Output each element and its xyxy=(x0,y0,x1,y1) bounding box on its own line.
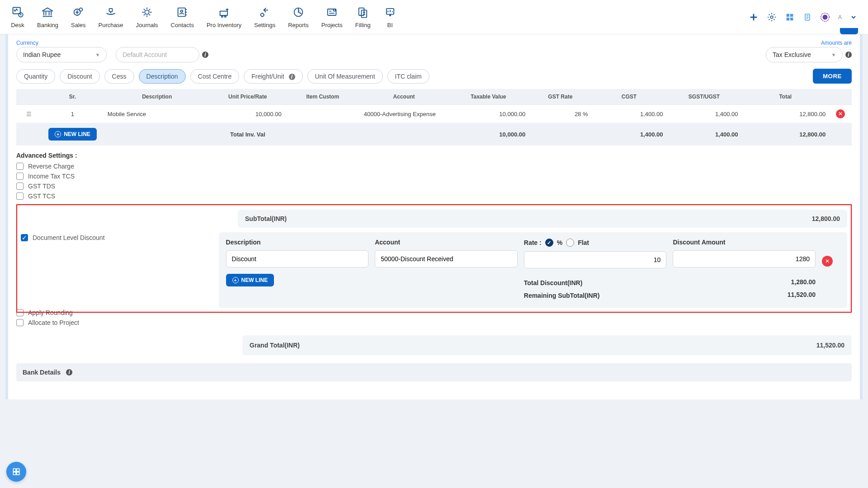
pill-quantity[interactable]: Quantity xyxy=(16,69,55,84)
chk-allocate-project[interactable]: Allocate to Project xyxy=(16,319,852,326)
disc-account-input[interactable] xyxy=(375,250,518,267)
nav-contacts[interactable]: Contacts xyxy=(171,5,194,28)
th-sgst: SGST/UGST xyxy=(667,89,742,105)
checkbox-checked-icon[interactable]: ✓ xyxy=(21,234,28,241)
checkbox-icon[interactable] xyxy=(16,319,24,326)
calculator-icon[interactable] xyxy=(785,12,795,22)
cell-sgst: 1,400.00 xyxy=(667,105,742,123)
amounts-select[interactable]: Tax Exclusive ▼ xyxy=(766,47,843,62)
disc-new-line-button[interactable]: +NEW LINE xyxy=(226,274,274,286)
purchase-icon xyxy=(104,5,118,19)
svg-rect-4 xyxy=(109,9,112,12)
cell-desc[interactable]: Mobile Service xyxy=(104,105,210,123)
sales-icon xyxy=(71,5,85,19)
rate-percent-radio[interactable] xyxy=(545,239,553,247)
info-icon[interactable]: i xyxy=(202,52,208,58)
plus-circle-icon: + xyxy=(55,131,61,137)
chk-reverse-charge[interactable]: Reverse Charge xyxy=(16,163,852,170)
nav-sales[interactable]: Sales xyxy=(71,5,86,28)
th-cgst: CGST xyxy=(592,89,667,105)
pill-freight[interactable]: Freight/Unit i xyxy=(244,69,302,84)
bi-icon xyxy=(383,5,397,19)
bank-details-bar[interactable]: Bank Details i xyxy=(16,363,852,381)
chk-gst-tcs[interactable]: GST TCS xyxy=(16,192,852,200)
checkbox-icon[interactable] xyxy=(16,192,24,200)
svg-rect-13 xyxy=(328,9,336,15)
delete-row-button[interactable]: ✕ xyxy=(836,109,845,118)
grand-total-label: Grand Total(INR) xyxy=(250,342,300,349)
chk-income-tax-tcs[interactable]: Income Tax TCS xyxy=(16,173,852,180)
nav-projects[interactable]: Projects xyxy=(321,5,343,28)
th-desc: Description xyxy=(104,89,210,105)
disc-amount-input[interactable] xyxy=(673,250,816,267)
nav-items: Desk Banking Sales Purchase Journals Con… xyxy=(11,5,397,28)
checkbox-icon[interactable] xyxy=(16,173,24,180)
svg-point-11 xyxy=(260,13,264,16)
info-icon[interactable]: i xyxy=(845,52,852,58)
more-button[interactable]: MORE xyxy=(813,69,852,84)
nav-filling[interactable]: Filling xyxy=(355,5,371,28)
rate-flat-radio[interactable] xyxy=(566,239,574,247)
clipboard-icon[interactable] xyxy=(803,12,812,22)
th-total: Total xyxy=(741,89,829,105)
pill-description[interactable]: Description xyxy=(139,69,186,84)
nav-journals[interactable]: Journals xyxy=(136,5,158,28)
svg-point-3 xyxy=(80,8,83,11)
nav-reports[interactable]: Reports xyxy=(288,5,309,28)
settings-icon xyxy=(258,5,272,19)
subtotal-bar: SubTotal(INR) 12,800.00 xyxy=(238,210,847,228)
main-form: Currency Indian Rupee ▼ Default Account … xyxy=(5,34,863,399)
document-discount-highlight: SubTotal(INR) 12,800.00 ✓ Document Level… xyxy=(16,204,852,313)
cell-taxable: 10,000.00 xyxy=(448,105,529,123)
nav-banking[interactable]: Banking xyxy=(37,5,58,28)
checkbox-icon[interactable] xyxy=(16,163,24,170)
checkbox-icon[interactable] xyxy=(16,183,24,190)
user-initial[interactable]: A xyxy=(838,14,842,20)
disc-desc-header: Description xyxy=(226,239,369,246)
gear-icon[interactable] xyxy=(767,12,777,22)
new-line-button[interactable]: +NEW LINE xyxy=(48,128,97,141)
pill-uom[interactable]: Unit Of Measurement xyxy=(307,69,383,84)
nav-proinventory[interactable]: Pro Inventory xyxy=(207,5,241,28)
bank-icon xyxy=(41,5,54,19)
chk-doc-level-discount[interactable]: ✓ Document Level Discount xyxy=(21,234,105,241)
nav-bi[interactable]: BI xyxy=(383,5,397,28)
svg-point-5 xyxy=(145,10,149,14)
top-navigation: Desk Banking Sales Purchase Journals Con… xyxy=(0,0,868,34)
th-sr: Sr. xyxy=(41,89,104,105)
nav-label: Sales xyxy=(71,22,86,28)
cell-custom[interactable] xyxy=(285,105,360,123)
nav-settings[interactable]: Settings xyxy=(254,5,275,28)
cell-account[interactable]: 40000-Advertising Expense xyxy=(360,105,448,123)
contacts-icon xyxy=(175,5,189,19)
column-pills: Quantity Discount Cess Description Cost … xyxy=(16,69,429,84)
cell-price[interactable]: 10,000.00 xyxy=(210,105,285,123)
total-discount-label: Total Discount(INR) xyxy=(524,279,583,286)
pill-cess[interactable]: Cess xyxy=(104,69,134,84)
drag-handle-icon[interactable]: ☰ xyxy=(26,111,32,117)
scroll-handle[interactable] xyxy=(840,28,858,34)
disc-rate-input[interactable] xyxy=(524,251,667,268)
nav-label: Banking xyxy=(37,22,58,28)
chevron-down-icon[interactable] xyxy=(850,14,857,21)
journals-icon xyxy=(140,5,154,19)
new-badge-icon[interactable] xyxy=(820,12,830,22)
default-account-input[interactable]: Default Account xyxy=(116,47,199,62)
info-icon[interactable]: i xyxy=(66,369,72,375)
pill-discount[interactable]: Discount xyxy=(60,69,99,84)
plus-icon[interactable] xyxy=(749,12,759,22)
totals-taxable: 10,000.00 xyxy=(448,123,529,145)
svg-point-18 xyxy=(770,16,773,19)
disc-desc-input[interactable] xyxy=(226,250,369,267)
chk-gst-tds[interactable]: GST TDS xyxy=(16,183,852,190)
form-top-row: Currency Indian Rupee ▼ Default Account … xyxy=(16,40,852,62)
delete-discount-button[interactable]: ✕ xyxy=(822,256,833,267)
currency-select[interactable]: Indian Rupee ▼ xyxy=(16,47,107,62)
nav-purchase[interactable]: Purchase xyxy=(99,5,123,28)
cell-gst[interactable]: 28 % xyxy=(529,105,591,123)
nav-desk[interactable]: Desk xyxy=(11,5,24,28)
pill-itc[interactable]: ITC claim xyxy=(387,69,429,84)
svg-point-7 xyxy=(181,10,183,12)
subtotal-label: SubTotal(INR) xyxy=(245,215,287,222)
pill-costcentre[interactable]: Cost Centre xyxy=(190,69,240,84)
